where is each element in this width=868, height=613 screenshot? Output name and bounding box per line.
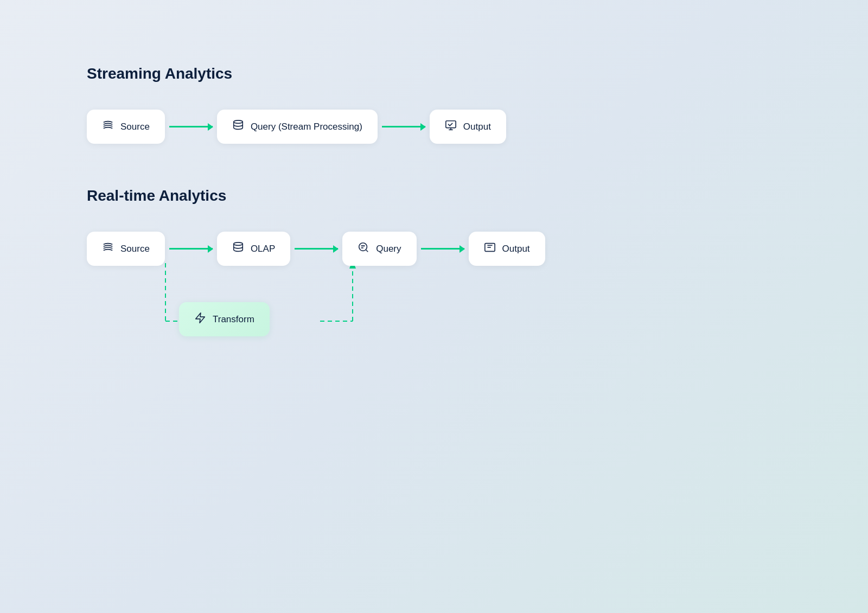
output-icon-2: [484, 241, 496, 256]
svg-rect-4: [361, 245, 365, 246]
bolt-icon: [194, 312, 206, 327]
stream-icon-2: [102, 241, 114, 256]
rt-arrow-line-3: [421, 248, 464, 250]
realtime-olap-node: OLAP: [217, 232, 290, 266]
svg-point-3: [359, 243, 367, 251]
realtime-output-node: Output: [469, 232, 545, 266]
realtime-flow-wrapper: Source OLAP: [87, 232, 781, 266]
query-icon: [358, 241, 369, 256]
database-icon-2: [232, 241, 244, 256]
arrow-line-1: [169, 126, 213, 127]
streaming-source-node: Source: [87, 110, 165, 144]
rt-arrow-line-2: [295, 248, 338, 250]
realtime-source-label: Source: [120, 244, 150, 254]
streaming-output-label: Output: [463, 122, 491, 132]
rt-arrow-line-1: [169, 248, 213, 250]
realtime-title: Real-time Analytics: [87, 187, 781, 205]
streaming-title: Streaming Analytics: [87, 65, 781, 82]
streaming-arrow-2: [382, 126, 425, 127]
svg-rect-5: [361, 247, 364, 248]
arrow-line-2: [382, 126, 425, 127]
streaming-arrow-1: [169, 126, 213, 127]
streaming-flow: Source Query (Stream Processing): [87, 110, 781, 144]
streaming-output-node: Output: [430, 110, 506, 144]
streaming-source-label: Source: [120, 122, 150, 132]
realtime-olap-label: OLAP: [251, 244, 275, 254]
realtime-arrow-1: [169, 248, 213, 250]
realtime-arrow-2: [295, 248, 338, 250]
streaming-query-node: Query (Stream Processing): [217, 110, 378, 144]
page: Streaming Analytics Source: [0, 0, 868, 613]
realtime-section: Real-time Analytics Source: [87, 187, 781, 266]
streaming-section: Streaming Analytics Source: [87, 65, 781, 144]
transform-node: Transform: [179, 302, 270, 336]
realtime-query-node: Query: [342, 232, 416, 266]
streaming-query-label: Query (Stream Processing): [251, 122, 362, 132]
realtime-source-node: Source: [87, 232, 165, 266]
stream-icon: [102, 119, 114, 134]
transform-label: Transform: [213, 314, 254, 325]
realtime-output-label: Output: [502, 244, 530, 254]
database-icon-1: [232, 119, 244, 134]
svg-point-2: [234, 242, 243, 246]
svg-point-0: [234, 120, 243, 124]
realtime-arrow-3: [421, 248, 464, 250]
realtime-query-label: Query: [376, 244, 401, 254]
output-icon-1: [445, 119, 457, 134]
realtime-flow: Source OLAP: [87, 232, 781, 266]
